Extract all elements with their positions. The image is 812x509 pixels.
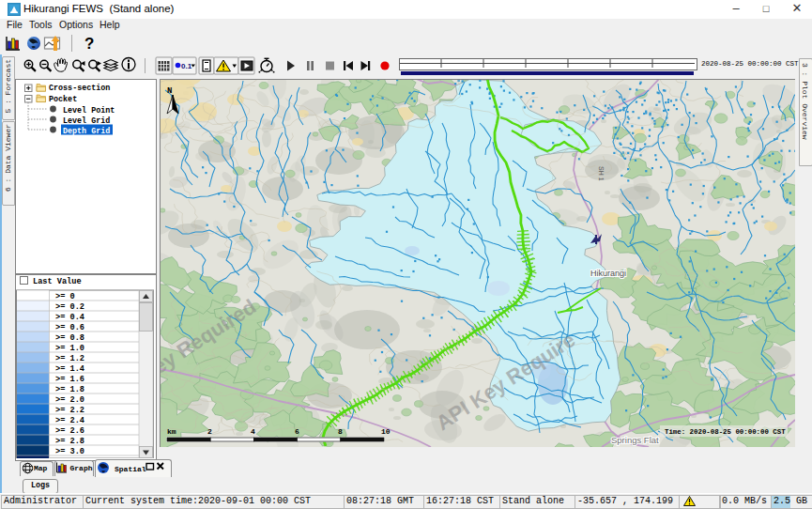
svg-text:>= 0.8: >= 0.8 <box>55 333 84 343</box>
svg-text:km: km <box>167 427 176 436</box>
svg-text:Cross-section: Cross-section <box>49 84 110 93</box>
svg-text:Map: Map <box>34 464 48 472</box>
svg-text:>= 0.6: >= 0.6 <box>55 323 84 332</box>
svg-text:>= 0: >= 0 <box>55 292 75 301</box>
svg-text:>= 1.2: >= 1.2 <box>55 354 84 363</box>
svg-text:10: 10 <box>381 427 391 436</box>
svg-text:2: 2 <box>207 427 212 436</box>
svg-text:>= 3.0: >= 3.0 <box>55 447 84 456</box>
svg-text:6: 6 <box>295 427 299 436</box>
svg-text:Time: 2020-08-25 00:00:00 CST: Time: 2020-08-25 00:00:00 CST <box>665 428 786 436</box>
svg-text:>= 0.4: >= 0.4 <box>55 313 84 322</box>
svg-text:>= 2.2: >= 2.2 <box>55 406 84 415</box>
svg-text:4: 4 <box>251 427 255 436</box>
svg-text:Level Point: Level Point <box>63 106 115 116</box>
svg-text:>= 1.0: >= 1.0 <box>55 344 84 353</box>
svg-text:>= 1.6: >= 1.6 <box>55 375 84 384</box>
svg-text:Level Grid: Level Grid <box>63 116 110 126</box>
svg-text:Last Value: Last Value <box>33 277 82 286</box>
svg-text:>= 1.8: >= 1.8 <box>55 385 84 394</box>
svg-text:SH 1: SH 1 <box>598 166 605 181</box>
svg-text:Depth Grid: Depth Grid <box>63 127 110 136</box>
svg-text:8: 8 <box>338 427 343 436</box>
svg-text:Pocket: Pocket <box>49 95 77 104</box>
svg-text:>= 2.6: >= 2.6 <box>55 426 84 436</box>
svg-text:Springs Flat: Springs Flat <box>611 435 659 445</box>
svg-text:N: N <box>167 86 172 96</box>
svg-text:>= 2.8: >= 2.8 <box>55 437 84 446</box>
svg-text:?: ? <box>84 35 94 53</box>
svg-text:>= 2.4: >= 2.4 <box>55 416 84 425</box>
svg-text:0.1: 0.1 <box>181 62 192 70</box>
svg-text:>= 1.4: >= 1.4 <box>55 364 84 374</box>
svg-text:>= 2.0: >= 2.0 <box>55 395 84 405</box>
svg-text:Graph: Graph <box>70 464 93 472</box>
svg-text:Hikurangi: Hikurangi <box>590 269 626 278</box>
svg-text:>= 0.2: >= 0.2 <box>55 302 84 312</box>
svg-text:Spatial: Spatial <box>115 465 146 473</box>
